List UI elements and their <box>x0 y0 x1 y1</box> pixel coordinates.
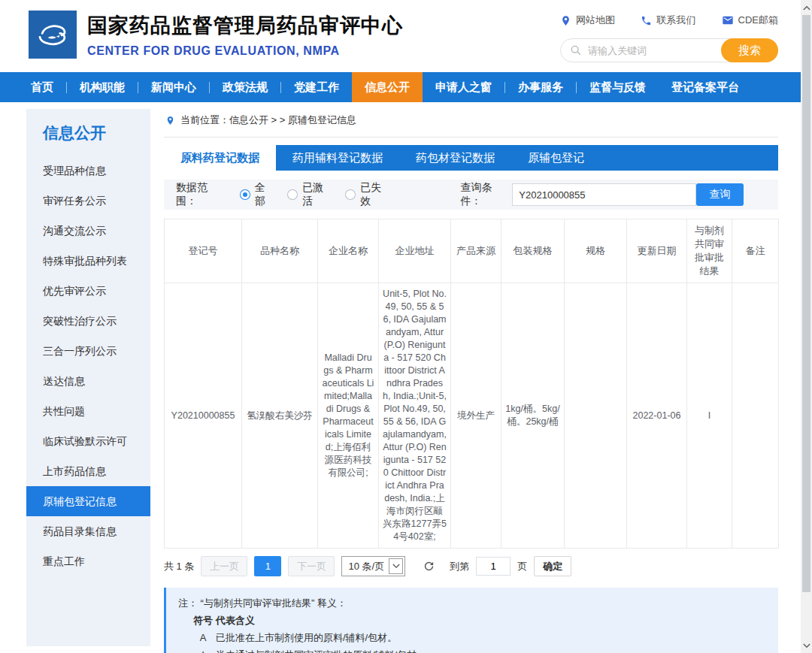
main-panel: 当前位置：信息公开 > > 原辅包登记信息 原料药登记数据 药用辅料登记数据 药… <box>164 109 778 653</box>
tab-bar: 原料药登记数据 药用辅料登记数据 药包材登记数据 原辅包登记 <box>164 145 778 171</box>
query-input[interactable] <box>512 183 696 206</box>
cell-spec <box>565 283 627 549</box>
col-remarks: 备注 <box>732 219 779 283</box>
sitemap-link[interactable]: 网站地图 <box>560 14 615 27</box>
nav-item-party[interactable]: 党建工作 <box>281 72 352 102</box>
note-meaning-i: 尚未通过与制剂共同审评审批的原料/辅料/包材。 <box>216 649 426 653</box>
radio-activated-label: 已激活 <box>302 181 333 208</box>
note-header-row: 符号代表含义 <box>178 612 766 629</box>
header-links: 网站地图 联系我们 CDE邮箱 <box>560 14 778 27</box>
scroll-down-arrow[interactable] <box>802 640 810 651</box>
tab-excipient-data[interactable]: 药用辅料登记数据 <box>276 145 399 171</box>
search-button[interactable]: 搜索 <box>721 38 778 62</box>
sidebar-item-clinical-trial[interactable]: 临床试验默示许可 <box>26 426 150 456</box>
site-subtitle: CENTER FOR DRUG EVALUATION, NMPA <box>87 44 403 58</box>
pagination: 共 1 条 上一页 1 下一页 10 条/页 到第 页 确定 <box>164 556 778 576</box>
mail-icon <box>722 14 734 26</box>
sitemap-label: 网站地图 <box>576 14 615 27</box>
sidebar-item-drug-catalog[interactable]: 药品目录集信息 <box>26 516 150 546</box>
site-search: 搜索 <box>560 38 778 62</box>
table-header-row: 登记号 品种名称 企业名称 企业地址 产品来源 包装规格 规格 更新日期 与制剂… <box>165 219 779 283</box>
radio-dot-icon <box>240 189 250 200</box>
sidebar-item-priority-review[interactable]: 优先审评公示 <box>26 276 150 306</box>
radio-all-label: 全部 <box>255 181 276 208</box>
brand-text: 国家药品监督管理局药品审评中心 CENTER FOR DRUG EVALUATI… <box>87 12 403 58</box>
col-update-date: 更新日期 <box>627 219 687 283</box>
sidebar-item-common-issues[interactable]: 共性问题 <box>26 396 150 426</box>
nav-item-info-disclosure[interactable]: 信息公开 <box>352 72 423 102</box>
refresh-icon <box>423 560 435 573</box>
col-company-address: 企业地址 <box>379 219 451 283</box>
sidebar: 信息公开 受理品种信息 审评任务公示 沟通交流公示 特殊审批品种列表 优先审评公… <box>26 109 150 646</box>
page-unit-label: 页 <box>517 560 527 573</box>
sidebar-item-review-tasks[interactable]: 审评任务公示 <box>26 186 150 216</box>
contact-link[interactable]: 联系我们 <box>641 14 695 27</box>
sidebar-item-accepted-varieties[interactable]: 受理品种信息 <box>26 156 150 186</box>
note-symbol-a: A <box>190 629 216 646</box>
col-registration-no: 登记号 <box>165 219 242 283</box>
nav-item-applicant[interactable]: 申请人之窗 <box>423 72 504 102</box>
sidebar-item-communication[interactable]: 沟通交流公示 <box>26 216 150 246</box>
results-table: 登记号 品种名称 企业名称 企业地址 产品来源 包装规格 规格 更新日期 与制剂… <box>164 219 779 549</box>
vertical-scrollbar[interactable] <box>801 0 812 653</box>
nav-item-supervision[interactable]: 监督与反馈 <box>577 72 659 102</box>
next-page-button[interactable]: 下一页 <box>288 556 335 576</box>
phone-icon <box>641 15 652 26</box>
nav-item-functions[interactable]: 机构职能 <box>67 72 138 102</box>
tab-packaging-data[interactable]: 药包材登记数据 <box>399 145 511 171</box>
note-row-i: I尚未通过与制剂共同审评审批的原料/辅料/包材。 <box>178 646 766 653</box>
prev-page-button[interactable]: 上一页 <box>201 556 247 576</box>
page-1-button[interactable]: 1 <box>254 556 281 576</box>
col-spec: 规格 <box>565 219 627 283</box>
query-label: 查询条件： <box>460 181 512 208</box>
search-box[interactable] <box>560 38 742 62</box>
sidebar-item-breakthrough-therapy[interactable]: 突破性治疗公示 <box>26 306 150 336</box>
cell-registration-no: Y20210000855 <box>165 283 242 549</box>
nav-item-services[interactable]: 办事服务 <box>505 72 576 102</box>
swan-logo-icon <box>33 15 72 54</box>
refresh-button[interactable] <box>423 560 435 573</box>
header-right: 网站地图 联系我们 CDE邮箱 搜索 <box>560 14 778 62</box>
sidebar-item-key-work[interactable]: 重点工作 <box>26 546 150 576</box>
map-pin-icon <box>560 15 571 26</box>
note-col-symbol: 符号 <box>190 612 216 629</box>
sidebar-item-marketed-drugs[interactable]: 上市药品信息 <box>26 456 150 486</box>
sidebar-item-special-approval[interactable]: 特殊审批品种列表 <box>26 246 150 276</box>
search-icon <box>570 44 582 56</box>
nav-item-registration-platform[interactable]: 登记备案平台 <box>659 72 752 102</box>
note-row-a: A已批准在上市制剂使用的原料/辅料/包材。 <box>178 629 766 646</box>
radio-expired[interactable]: 已失效 <box>345 181 391 208</box>
sidebar-item-three-in-one[interactable]: 三合一序列公示 <box>26 336 150 366</box>
note-meaning-a: 已批准在上市制剂使用的原料/辅料/包材。 <box>216 632 397 643</box>
radio-activated[interactable]: 已激活 <box>287 181 333 208</box>
breadcrumb-text: 当前位置：信息公开 > > 原辅包登记信息 <box>180 113 356 127</box>
site-title: 国家药品监督管理局药品审评中心 <box>87 12 403 39</box>
cell-product-source: 境外生产 <box>451 283 501 549</box>
chevron-up-icon <box>803 5 810 11</box>
cell-joint-review-result: I <box>687 283 732 549</box>
cde-mail-link[interactable]: CDE邮箱 <box>722 14 778 27</box>
nav-item-news[interactable]: 新闻中心 <box>138 72 209 102</box>
radio-all[interactable]: 全部 <box>240 181 275 208</box>
query-button[interactable]: 查询 <box>696 183 744 206</box>
sidebar-item-delivery-info[interactable]: 送达信息 <box>26 366 150 396</box>
brand[interactable]: 国家药品监督管理局药品审评中心 CENTER FOR DRUG EVALUATI… <box>29 11 403 59</box>
confirm-button[interactable]: 确定 <box>534 556 571 576</box>
tab-raw-material-data[interactable]: 原料药登记数据 <box>164 145 276 171</box>
col-variety-name: 品种名称 <box>242 219 318 283</box>
scrollbar-thumb[interactable] <box>802 15 810 592</box>
page-size-value: 10 条/页 <box>348 560 384 573</box>
sidebar-item-raw-material-registration[interactable]: 原辅包登记信息 <box>26 486 150 516</box>
nav-item-policy[interactable]: 政策法规 <box>210 72 280 102</box>
goto-page-input[interactable] <box>476 557 511 576</box>
cell-update-date: 2022-01-06 <box>627 283 687 549</box>
col-company-name: 企业名称 <box>318 219 379 283</box>
page-size-select[interactable]: 10 条/页 <box>341 556 405 576</box>
tab-registration[interactable]: 原辅包登记 <box>511 145 601 171</box>
scroll-up-arrow[interactable] <box>802 2 810 13</box>
cell-variety-name: 氢溴酸右美沙芬 <box>242 283 318 549</box>
cde-mail-label: CDE邮箱 <box>738 14 778 27</box>
nav-item-home[interactable]: 首页 <box>18 72 66 102</box>
search-input[interactable] <box>588 45 708 56</box>
col-joint-review-result: 与制剂共同审批审批结果 <box>687 219 732 283</box>
